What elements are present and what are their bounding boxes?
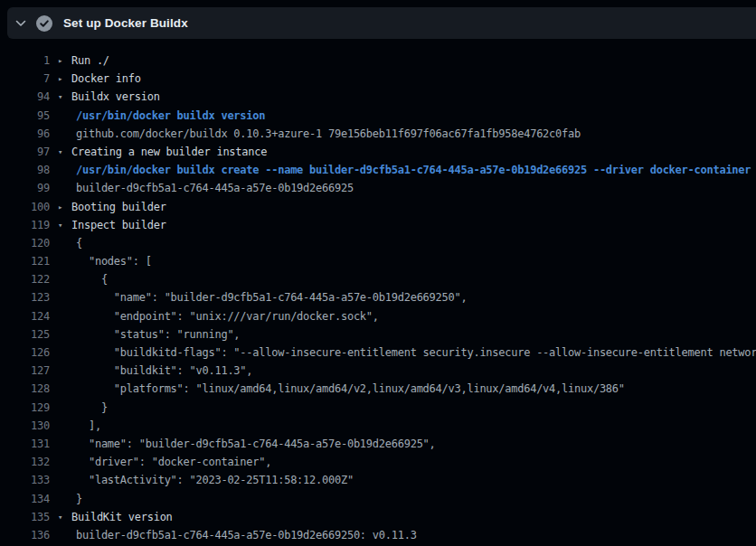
log-line-row: 124 "endpoint": "unix:///var/run/docker.… <box>0 307 756 325</box>
line-number[interactable]: 95 <box>0 107 50 125</box>
line-number[interactable]: 132 <box>0 453 50 471</box>
log-text: { <box>50 270 108 288</box>
log-group-row[interactable]: 7▸Docker info <box>0 70 756 88</box>
group-title: Inspect builder <box>71 216 166 234</box>
log-text: builder-d9cfb5a1-c764-445a-a57e-0b19d2e6… <box>50 526 417 544</box>
log-group-row[interactable]: 135▾BuildKit version <box>0 508 756 526</box>
check-circle-icon <box>36 15 52 32</box>
line-number[interactable]: 126 <box>0 344 50 362</box>
log-line-row: 120{ <box>0 234 756 252</box>
step-collapse-button[interactable] <box>7 7 34 39</box>
group-title: Creating a new builder instance <box>71 143 267 161</box>
log-text: "name": "builder-d9cfb5a1-c764-445a-a57e… <box>50 288 467 306</box>
line-number[interactable]: 122 <box>0 270 50 288</box>
log-viewer: 1▸Run ./7▸Docker info94▾Buildx version95… <box>0 52 756 544</box>
log-text: /usr/bin/docker buildx version <box>50 107 265 125</box>
group-title: Booting builder <box>71 198 166 216</box>
log-text: "status": "running", <box>50 325 240 344</box>
line-number[interactable]: 129 <box>0 399 50 417</box>
line-number[interactable]: 123 <box>0 288 50 306</box>
line-number[interactable]: 135 <box>0 508 50 526</box>
group-title: Docker info <box>71 70 141 88</box>
group-title: Run ./ <box>71 52 109 70</box>
step-header[interactable]: Set up Docker Buildx <box>7 7 756 39</box>
log-line-row: 122 { <box>0 270 756 288</box>
log-text: "nodes": [ <box>50 252 152 270</box>
line-number[interactable]: 119 <box>0 216 50 234</box>
log-line-row: 134} <box>0 490 756 508</box>
log-text: /usr/bin/docker buildx create --name bui… <box>50 161 751 179</box>
step-title: Set up Docker Buildx <box>63 16 188 30</box>
line-number[interactable]: 120 <box>0 234 50 252</box>
triangle-expanded-icon[interactable]: ▾ <box>50 88 71 106</box>
line-number[interactable]: 99 <box>0 179 50 197</box>
line-number[interactable]: 127 <box>0 362 50 380</box>
triangle-collapsed-icon[interactable]: ▸ <box>50 198 71 216</box>
group-title: Buildx version <box>71 88 160 106</box>
group-title: BuildKit version <box>71 508 173 526</box>
log-line-row: 133 "lastActivity": "2023-02-25T11:58:12… <box>0 471 756 489</box>
log-group-row[interactable]: 100▸Booting builder <box>0 198 756 216</box>
line-number[interactable]: 131 <box>0 435 50 453</box>
log-group-row[interactable]: 119▾Inspect builder <box>0 216 756 234</box>
line-number[interactable]: 130 <box>0 417 50 435</box>
log-line-row: 95/usr/bin/docker buildx version <box>0 107 756 125</box>
log-line-row: 131 "name": "builder-d9cfb5a1-c764-445a-… <box>0 435 756 453</box>
log-line-row: 136builder-d9cfb5a1-c764-445a-a57e-0b19d… <box>0 526 756 544</box>
log-text: "driver": "docker-container", <box>50 453 271 471</box>
triangle-expanded-icon[interactable]: ▾ <box>50 216 71 234</box>
line-number[interactable]: 100 <box>0 198 50 216</box>
line-number[interactable]: 134 <box>0 490 50 508</box>
log-group-row[interactable]: 97▾Creating a new builder instance <box>0 143 756 161</box>
log-text: "name": "builder-d9cfb5a1-c764-445a-a57e… <box>50 435 436 453</box>
log-text: builder-d9cfb5a1-c764-445a-a57e-0b19d2e6… <box>50 179 354 197</box>
triangle-expanded-icon[interactable]: ▾ <box>50 508 71 526</box>
line-number[interactable]: 124 <box>0 307 50 325</box>
log-text: } <box>50 399 108 417</box>
log-line-row: 98/usr/bin/docker buildx create --name b… <box>0 161 756 179</box>
log-text: { <box>50 234 82 252</box>
log-group-row[interactable]: 94▾Buildx version <box>0 88 756 106</box>
line-number[interactable]: 133 <box>0 471 50 489</box>
line-number[interactable]: 128 <box>0 380 50 398</box>
line-number[interactable]: 136 <box>0 526 50 544</box>
log-text: "buildkitd-flags": "--allow-insecure-ent… <box>50 344 756 362</box>
log-text: "buildkit": "v0.11.3", <box>50 362 252 380</box>
log-text: "lastActivity": "2023-02-25T11:58:12.000… <box>50 471 354 489</box>
log-group-row[interactable]: 1▸Run ./ <box>0 52 756 70</box>
log-line-row: 121 "nodes": [ <box>0 252 756 270</box>
log-text: ], <box>50 417 101 435</box>
triangle-collapsed-icon[interactable]: ▸ <box>50 52 71 70</box>
line-number[interactable]: 1 <box>0 52 50 70</box>
log-text: "endpoint": "unix:///var/run/docker.sock… <box>50 307 379 325</box>
line-number[interactable]: 125 <box>0 325 50 344</box>
log-line-row: 128 "platforms": "linux/amd64,linux/amd6… <box>0 380 756 398</box>
line-number[interactable]: 98 <box>0 161 50 179</box>
triangle-collapsed-icon[interactable]: ▸ <box>50 70 71 88</box>
line-number[interactable]: 94 <box>0 88 50 106</box>
log-line-row: 129 } <box>0 399 756 417</box>
log-text: } <box>50 490 82 508</box>
log-text: "platforms": "linux/amd64,linux/amd64/v2… <box>50 380 625 398</box>
log-line-row: 132 "driver": "docker-container", <box>0 453 756 471</box>
log-line-row: 125 "status": "running", <box>0 325 756 344</box>
chevron-down-icon <box>14 17 27 30</box>
log-line-row: 99builder-d9cfb5a1-c764-445a-a57e-0b19d2… <box>0 179 756 197</box>
line-number[interactable]: 96 <box>0 125 50 143</box>
log-line-row: 127 "buildkit": "v0.11.3", <box>0 362 756 380</box>
log-line-row: 96github.com/docker/buildx 0.10.3+azure-… <box>0 125 756 143</box>
triangle-expanded-icon[interactable]: ▾ <box>50 143 71 161</box>
log-line-row: 123 "name": "builder-d9cfb5a1-c764-445a-… <box>0 288 756 306</box>
line-number[interactable]: 97 <box>0 143 50 161</box>
line-number[interactable]: 121 <box>0 252 50 270</box>
line-number[interactable]: 7 <box>0 70 50 88</box>
log-line-row: 126 "buildkitd-flags": "--allow-insecure… <box>0 344 756 362</box>
log-line-row: 130 ], <box>0 417 756 435</box>
log-text: github.com/docker/buildx 0.10.3+azure-1 … <box>50 125 581 143</box>
